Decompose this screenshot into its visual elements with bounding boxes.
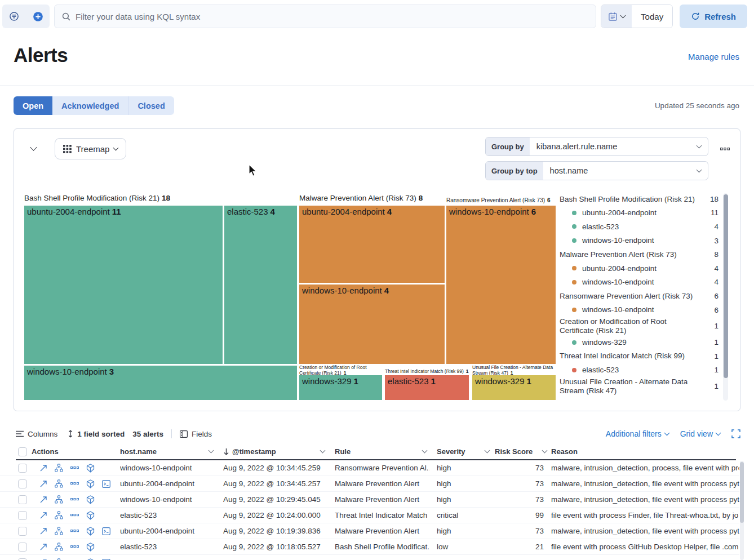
legend-item[interactable]: elastic-5234: [560, 220, 718, 234]
analyze-event-icon[interactable]: [55, 511, 63, 519]
table-row[interactable]: elastic-523 Aug 9, 2022 @ 10:18:05.527 B…: [0, 539, 739, 555]
select-all-checkbox[interactable]: [18, 447, 27, 456]
sort-fields-button[interactable]: 1 field sorted: [68, 430, 125, 438]
refresh-button[interactable]: Refresh: [680, 5, 747, 28]
add-filter-button[interactable]: [26, 5, 50, 28]
col-risk-score[interactable]: Risk Score: [495, 447, 551, 456]
grid-view-button[interactable]: Grid view: [680, 429, 720, 438]
legend-item[interactable]: windows-10-endpoint3: [560, 234, 718, 248]
saved-query-icon: [9, 11, 19, 21]
table-scrollbar-thumb[interactable]: [740, 462, 744, 523]
legend-scrollbar[interactable]: [723, 193, 728, 401]
timestamp-cell: Aug 9, 2022 @ 10:29:45.045: [223, 495, 335, 504]
treemap-block[interactable]: windows-10-endpoint3: [24, 366, 297, 400]
risk-score-cell: 73: [495, 527, 551, 535]
treemap-block[interactable]: elastic-5234: [224, 206, 297, 364]
analyze-event-icon[interactable]: [55, 495, 63, 504]
reason-cell: malware, intrusion_detection, file event…: [551, 495, 739, 504]
legend-item[interactable]: windows-3291: [560, 335, 718, 349]
manage-rules-link[interactable]: Manage rules: [688, 52, 739, 61]
legend-item[interactable]: elastic-5231: [560, 363, 718, 377]
fields-button[interactable]: Fields: [180, 430, 212, 438]
investigate-in-timeline-icon[interactable]: [86, 543, 95, 552]
tab-open[interactable]: Open: [14, 96, 52, 115]
legend-scrollbar-thumb[interactable]: [724, 194, 728, 378]
table-row[interactable]: windows-10-endpoint Aug 9, 2022 @ 10:29:…: [0, 492, 739, 508]
saved-query-button[interactable]: [2, 5, 26, 28]
fullscreen-icon[interactable]: [731, 429, 740, 438]
analyze-event-icon[interactable]: [55, 464, 63, 472]
investigate-in-timeline-icon[interactable]: [86, 511, 95, 520]
group-by-select[interactable]: Group by kibana.alert.rule.name: [485, 137, 708, 156]
expand-alert-icon[interactable]: [39, 527, 47, 535]
analyze-event-icon[interactable]: [55, 543, 63, 551]
table-scrollbar[interactable]: [740, 461, 744, 560]
analyze-event-icon[interactable]: [55, 527, 63, 535]
col-rule[interactable]: Rule: [335, 447, 437, 456]
table-row[interactable]: ubuntu-2004-endpoint Aug 9, 2022 @ 10:34…: [0, 476, 739, 492]
group-by-top-select[interactable]: Group by top host.name: [485, 161, 708, 180]
row-checkbox[interactable]: [18, 495, 27, 504]
legend-item[interactable]: windows-10-endpoint6: [560, 303, 718, 317]
col-host-name[interactable]: host.name: [120, 447, 223, 456]
row-checkbox[interactable]: [18, 464, 27, 473]
investigate-in-timeline-icon[interactable]: [86, 495, 95, 504]
kql-filter-input[interactable]: [76, 12, 589, 21]
investigate-in-timeline-icon[interactable]: [86, 464, 95, 473]
investigate-in-timeline-icon[interactable]: [86, 479, 95, 488]
chart-type-select[interactable]: Treemap: [55, 138, 126, 159]
expand-alert-icon[interactable]: [39, 480, 47, 488]
analyze-event-icon[interactable]: [55, 479, 63, 488]
more-actions-icon[interactable]: [70, 466, 79, 469]
panel-options-button[interactable]: [720, 143, 730, 153]
table-row[interactable]: ubuntu-2004-endpoint Aug 9, 2022 @ 10:13…: [0, 555, 739, 560]
col-severity[interactable]: Severity: [437, 447, 495, 456]
table-row[interactable]: ubuntu-2004-endpoint Aug 9, 2022 @ 10:19…: [0, 523, 739, 539]
treemap-block[interactable]: elastic-5231: [385, 375, 469, 400]
treemap-block[interactable]: windows-3291: [472, 375, 556, 400]
date-picker-button[interactable]: [601, 5, 632, 28]
legend-item[interactable]: ubuntu-2004-endpoint4: [560, 261, 718, 275]
col-timestamp[interactable]: @timestamp: [223, 447, 335, 456]
treemap-block[interactable]: ubuntu-2004-endpoint4: [299, 206, 445, 283]
expand-alert-icon[interactable]: [39, 496, 47, 504]
tab-closed[interactable]: Closed: [128, 96, 174, 115]
chevron-down-icon[interactable]: [485, 448, 490, 454]
table-row[interactable]: elastic-523 Aug 9, 2022 @ 10:24:00.000 T…: [0, 508, 739, 523]
table-row[interactable]: windows-10-endpoint Aug 9, 2022 @ 10:34:…: [0, 460, 739, 476]
chevron-down-icon[interactable]: [422, 448, 428, 454]
collapse-chart-button[interactable]: [26, 141, 40, 155]
more-actions-icon[interactable]: [70, 530, 79, 532]
tab-acknowledged[interactable]: Acknowledged: [52, 96, 128, 115]
treemap-block[interactable]: windows-3291: [299, 375, 382, 400]
treemap-block[interactable]: windows-10-endpoint4: [299, 285, 445, 364]
investigate-in-timeline-icon[interactable]: [86, 527, 95, 536]
more-actions-icon[interactable]: [70, 545, 79, 548]
row-checkbox[interactable]: [18, 558, 27, 560]
expand-alert-icon[interactable]: [39, 543, 47, 551]
session-view-icon[interactable]: [102, 527, 110, 535]
more-actions-icon[interactable]: [70, 482, 79, 485]
legend-item[interactable]: ubuntu-2004-endpoint11: [560, 206, 718, 220]
row-checkbox[interactable]: [18, 543, 27, 552]
row-checkbox[interactable]: [18, 479, 27, 488]
legend-item[interactable]: windows-10-endpoint4: [560, 275, 718, 290]
expand-alert-icon[interactable]: [39, 464, 47, 472]
treemap-legend: Bash Shell Profile Modification (Risk 21…: [560, 192, 718, 395]
chevron-down-icon[interactable]: [209, 448, 214, 454]
treemap-block[interactable]: windows-10-endpoint6: [446, 206, 556, 364]
today-button[interactable]: Today: [632, 5, 672, 28]
chevron-down-icon[interactable]: [542, 448, 548, 454]
rule-cell: Threat Intel Indicator Match: [335, 511, 429, 519]
session-view-icon[interactable]: [102, 480, 110, 488]
additional-filters-button[interactable]: Additional filters: [606, 429, 669, 438]
more-actions-icon[interactable]: [70, 514, 79, 517]
treemap-block[interactable]: ubuntu-2004-endpoint11: [24, 206, 223, 364]
row-checkbox[interactable]: [18, 527, 27, 536]
columns-button[interactable]: Columns: [16, 430, 57, 438]
chevron-down-icon[interactable]: [320, 448, 326, 454]
expand-alert-icon[interactable]: [39, 512, 47, 519]
investigate-in-timeline-icon[interactable]: [86, 558, 95, 560]
row-checkbox[interactable]: [18, 511, 27, 520]
more-actions-icon[interactable]: [70, 498, 79, 501]
